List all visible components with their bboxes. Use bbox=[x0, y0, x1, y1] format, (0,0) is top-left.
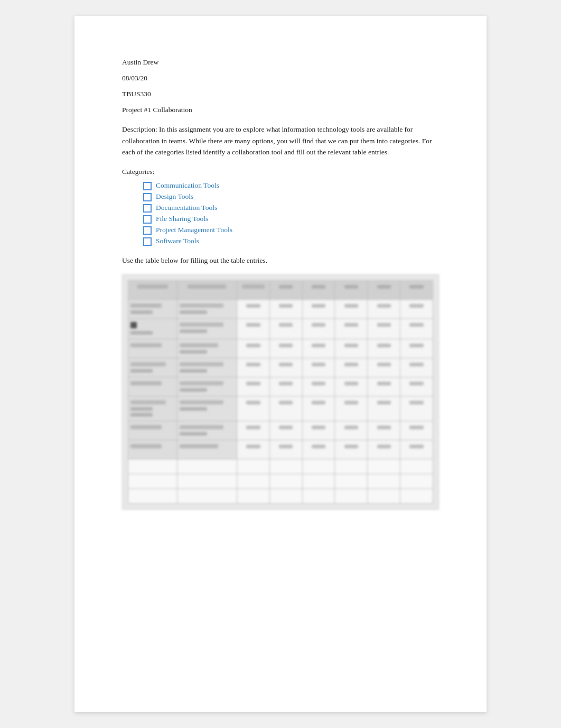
cell-d5-3 bbox=[302, 377, 335, 396]
table-header-row bbox=[128, 280, 433, 299]
empty-cell bbox=[237, 459, 270, 474]
project-management-tools-link[interactable]: Project Management Tools bbox=[156, 226, 232, 234]
cell-d6-6 bbox=[400, 396, 433, 421]
empty-cell bbox=[335, 459, 368, 474]
cell-d5-2 bbox=[269, 377, 302, 396]
empty-cell bbox=[269, 489, 302, 503]
cell-d3-5 bbox=[368, 339, 400, 358]
cell-d6-3 bbox=[302, 396, 335, 421]
cell-d6-5 bbox=[368, 396, 400, 421]
documentation-tools-link[interactable]: Documentation Tools bbox=[156, 204, 217, 212]
cell-d1-1 bbox=[237, 299, 270, 318]
cell-d4-1 bbox=[237, 358, 270, 377]
list-item-project-management: Project Management Tools bbox=[143, 226, 439, 235]
table-row bbox=[128, 339, 433, 358]
empty-cell bbox=[368, 459, 400, 474]
empty-cell bbox=[400, 474, 433, 489]
software-tools-link[interactable]: Software Tools bbox=[156, 237, 199, 245]
course: TBUS330 bbox=[122, 90, 151, 98]
list-item-file-sharing: File Sharing Tools bbox=[143, 215, 439, 224]
cell-d8-6 bbox=[400, 440, 433, 459]
table-row-empty-3 bbox=[128, 489, 433, 503]
cell-d4-5 bbox=[368, 358, 400, 377]
empty-cell bbox=[177, 474, 237, 489]
cell-d4-2 bbox=[269, 358, 302, 377]
design-tools-link[interactable]: Design Tools bbox=[156, 192, 193, 201]
cell-d5-1 bbox=[237, 377, 270, 396]
empty-cell bbox=[177, 459, 237, 474]
cell-d3-4 bbox=[335, 339, 368, 358]
cell-d5-4 bbox=[335, 377, 368, 396]
empty-cell bbox=[128, 474, 177, 489]
col-header-rating bbox=[400, 280, 433, 299]
cell-d3-3 bbox=[302, 339, 335, 358]
cell-tool-6 bbox=[177, 396, 237, 421]
cell-tool-3 bbox=[177, 339, 237, 358]
cell-category-8 bbox=[128, 440, 177, 459]
cell-d8-2 bbox=[269, 440, 302, 459]
data-table-container bbox=[122, 274, 439, 510]
col-header-cost bbox=[302, 280, 335, 299]
cell-d2-3 bbox=[302, 318, 335, 339]
cell-tool-8 bbox=[177, 440, 237, 459]
table-instruction: Use the table below for filling out the … bbox=[122, 256, 439, 265]
table-row bbox=[128, 358, 433, 377]
empty-cell bbox=[400, 489, 433, 503]
file-sharing-tools-link[interactable]: File Sharing Tools bbox=[156, 215, 208, 223]
empty-cell bbox=[335, 489, 368, 503]
cell-d2-6 bbox=[400, 318, 433, 339]
cell-d1-6 bbox=[400, 299, 433, 318]
cell-d6-1 bbox=[237, 396, 270, 421]
cell-d5-5 bbox=[368, 377, 400, 396]
list-item-communication: Communication Tools bbox=[143, 181, 439, 190]
cell-d6-4 bbox=[335, 396, 368, 421]
cell-d7-1 bbox=[237, 421, 270, 440]
empty-cell bbox=[237, 489, 270, 503]
empty-cell bbox=[177, 489, 237, 503]
col-header-free bbox=[269, 280, 302, 299]
empty-cell bbox=[302, 489, 335, 503]
cell-d7-3 bbox=[302, 421, 335, 440]
cell-d3-6 bbox=[400, 339, 433, 358]
cell-category-2 bbox=[128, 318, 177, 339]
bullet-icon-design bbox=[143, 193, 152, 201]
empty-cell bbox=[128, 489, 177, 503]
empty-cell bbox=[368, 489, 400, 503]
list-item-software: Software Tools bbox=[143, 237, 439, 246]
empty-cell bbox=[368, 474, 400, 489]
cell-d8-1 bbox=[237, 440, 270, 459]
bullet-icon-project-management bbox=[143, 226, 152, 235]
empty-cell bbox=[128, 459, 177, 474]
table-row bbox=[128, 396, 433, 421]
categories-label: Categories: bbox=[122, 168, 439, 176]
cell-d7-6 bbox=[400, 421, 433, 440]
cell-d1-3 bbox=[302, 299, 335, 318]
bullet-icon-documentation bbox=[143, 204, 152, 213]
cell-d5-6 bbox=[400, 377, 433, 396]
cell-category-6 bbox=[128, 396, 177, 421]
cell-category-4 bbox=[128, 358, 177, 377]
cell-d7-2 bbox=[269, 421, 302, 440]
bullet-icon-software bbox=[143, 237, 152, 246]
cell-d1-4 bbox=[335, 299, 368, 318]
empty-cell bbox=[400, 459, 433, 474]
table-row-empty-1 bbox=[128, 459, 433, 474]
cell-d3-1 bbox=[237, 339, 270, 358]
col-header-tool bbox=[177, 280, 237, 299]
cell-category-1 bbox=[128, 299, 177, 318]
cell-d7-4 bbox=[335, 421, 368, 440]
date: 08/03/20 bbox=[122, 74, 147, 82]
empty-cell bbox=[237, 474, 270, 489]
cell-d2-5 bbox=[368, 318, 400, 339]
cell-d3-2 bbox=[269, 339, 302, 358]
table-row-empty-2 bbox=[128, 474, 433, 489]
col-header-description bbox=[237, 280, 270, 299]
cell-d4-6 bbox=[400, 358, 433, 377]
project-title: Project #1 Collaboration bbox=[122, 106, 439, 114]
col-header-ease bbox=[368, 280, 400, 299]
bullet-icon-communication bbox=[143, 182, 152, 190]
table-row bbox=[128, 318, 433, 339]
col-header-platform bbox=[335, 280, 368, 299]
cell-d1-2 bbox=[269, 299, 302, 318]
communication-tools-link[interactable]: Communication Tools bbox=[156, 181, 219, 190]
